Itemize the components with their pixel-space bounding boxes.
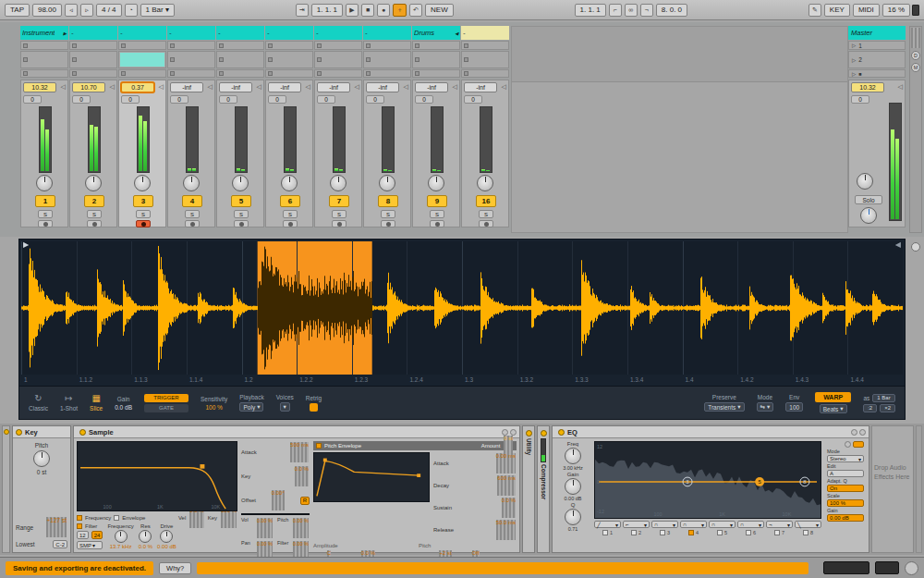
track-pan-knob[interactable] bbox=[428, 175, 444, 191]
attack-key-value[interactable]: 0.0 % bbox=[295, 466, 309, 486]
time-signature-display[interactable]: 4 / 4 bbox=[96, 4, 122, 17]
drive-value[interactable]: 0.00 dB bbox=[157, 544, 176, 549]
tap-tempo-button[interactable]: TAP bbox=[5, 4, 30, 17]
track-header[interactable]: - bbox=[314, 26, 362, 40]
frequency-tab-toggle[interactable] bbox=[77, 515, 82, 521]
device-activator[interactable] bbox=[541, 430, 547, 437]
envelope-tab-label[interactable]: Envelope bbox=[122, 515, 145, 521]
clip-launch-pad[interactable]: 5 bbox=[231, 195, 251, 207]
start-marker-icon[interactable]: ▶ bbox=[23, 241, 29, 249]
device-utility[interactable]: Utility bbox=[522, 425, 535, 553]
track-volume-value[interactable]: -inf bbox=[415, 82, 448, 92]
mode-one-shot-button[interactable]: ↦ 1-Shot bbox=[60, 394, 78, 412]
mod-value[interactable]: 0.00 % bbox=[257, 518, 273, 538]
solo-button[interactable]: S bbox=[479, 210, 493, 218]
band-shape-select[interactable]: ∩▾ bbox=[651, 521, 678, 528]
track-pan-value[interactable]: 0 bbox=[219, 95, 237, 104]
band-shape-select[interactable]: ⌐▾ bbox=[623, 521, 650, 528]
band-activator[interactable] bbox=[660, 530, 665, 535]
res-knob[interactable] bbox=[139, 530, 152, 543]
hot-swap-icon[interactable] bbox=[851, 429, 857, 436]
stop-button[interactable]: ■ bbox=[361, 4, 374, 17]
band-activator[interactable] bbox=[746, 530, 751, 535]
track-pan-knob[interactable] bbox=[85, 175, 102, 191]
voices-select[interactable]: ▾ bbox=[280, 402, 290, 412]
track-volume-value[interactable]: -inf bbox=[317, 82, 350, 92]
track-header[interactable]: - bbox=[167, 26, 215, 40]
scene-slot-1[interactable]: ▷ 1 bbox=[848, 41, 906, 50]
track-header[interactable]: - bbox=[216, 26, 264, 40]
master-pan-knob[interactable] bbox=[857, 173, 873, 190]
preserve-select[interactable]: Transients ▾ bbox=[704, 402, 744, 412]
solo-button[interactable]: S bbox=[185, 210, 200, 218]
sensitivity-value[interactable]: 100 % bbox=[205, 404, 222, 411]
preview-volume-knob[interactable] bbox=[860, 207, 877, 224]
track-pan-value[interactable]: 0 bbox=[317, 95, 335, 104]
scroll-right-icon[interactable]: ◀ bbox=[895, 241, 901, 249]
warp-button[interactable]: WARP bbox=[815, 392, 851, 402]
track-volume-value[interactable]: -inf bbox=[219, 82, 252, 92]
slope-24-toggle[interactable]: 24 bbox=[91, 531, 103, 539]
track-pan-knob[interactable] bbox=[281, 175, 298, 191]
eq-output-gain[interactable]: 0.00 dB bbox=[827, 514, 864, 522]
why-button[interactable]: Why? bbox=[159, 562, 191, 574]
frequency-knob[interactable] bbox=[115, 530, 128, 543]
loop-button[interactable]: ∞ bbox=[625, 4, 638, 17]
track-pan-value[interactable]: 0 bbox=[121, 95, 140, 104]
master-volume-value[interactable]: 10.32 bbox=[851, 82, 884, 92]
half-tempo-button[interactable]: :2 bbox=[863, 404, 877, 412]
clip-slot[interactable] bbox=[412, 51, 460, 68]
filter-res-control[interactable]: Res 0.0 % bbox=[139, 523, 152, 549]
nudge-down-button[interactable]: ◃ bbox=[65, 4, 78, 17]
solo-button[interactable]: S bbox=[381, 210, 395, 218]
clip-launch-pad[interactable]: 4 bbox=[182, 195, 202, 207]
arm-button[interactable] bbox=[332, 220, 346, 228]
clip-slot[interactable] bbox=[216, 51, 264, 68]
clip-slot[interactable] bbox=[363, 51, 411, 68]
track-pan-knob[interactable] bbox=[232, 175, 249, 191]
envelope-tab-toggle[interactable] bbox=[114, 515, 119, 521]
solo-button[interactable]: S bbox=[430, 210, 444, 218]
range-value[interactable]: +127 st bbox=[46, 517, 67, 537]
arm-button[interactable] bbox=[136, 220, 151, 228]
filter-display[interactable]: 100 1K 10K bbox=[77, 441, 237, 511]
scene-slot-2[interactable]: ▷ 2 bbox=[848, 51, 906, 68]
play-button[interactable]: ▶ bbox=[346, 4, 359, 17]
filter-type-select[interactable]: SMP ▾ bbox=[77, 541, 103, 549]
arm-button[interactable] bbox=[87, 220, 102, 228]
track-volume-value[interactable]: -inf bbox=[464, 82, 497, 92]
arm-button[interactable] bbox=[479, 220, 493, 228]
clip-stop-button[interactable] bbox=[363, 69, 411, 78]
punch-in-button[interactable]: ⌐ bbox=[609, 4, 622, 17]
solo-button[interactable]: S bbox=[136, 210, 151, 218]
waveform-display[interactable] bbox=[21, 241, 903, 375]
track-fold-icon[interactable]: ▶ bbox=[63, 31, 67, 36]
trigger-option[interactable]: TRIGGER bbox=[144, 394, 188, 402]
device-activator[interactable] bbox=[79, 429, 86, 436]
clip-slot[interactable] bbox=[118, 51, 166, 68]
clip-slot[interactable] bbox=[412, 41, 460, 50]
band-activator[interactable] bbox=[631, 530, 637, 535]
warp-as-button[interactable]: 1 Bar bbox=[872, 394, 894, 402]
quantization-menu[interactable]: 1 Bar ▾ bbox=[140, 4, 175, 17]
track-volume-value[interactable]: 0.37 bbox=[121, 82, 154, 92]
env-value[interactable]: 100 bbox=[785, 402, 803, 412]
track-header[interactable]: - bbox=[69, 26, 117, 40]
adsr-value[interactable]: 50.0 ms bbox=[496, 520, 516, 540]
metronome-button[interactable]: ◔ bbox=[125, 4, 138, 17]
q-knob[interactable] bbox=[565, 509, 581, 525]
midi-map-button[interactable]: MIDI bbox=[853, 4, 880, 17]
audition-icon[interactable] bbox=[845, 441, 851, 448]
pitch-env-display[interactable] bbox=[313, 452, 430, 502]
adaptq-toggle[interactable]: On bbox=[827, 485, 864, 492]
clip-slot[interactable] bbox=[69, 41, 117, 50]
track-pan-knob[interactable] bbox=[36, 175, 53, 191]
clip[interactable] bbox=[120, 53, 164, 67]
arm-button[interactable] bbox=[430, 220, 444, 228]
clip-slot[interactable] bbox=[216, 41, 264, 50]
track-header[interactable]: Drums ◀ bbox=[412, 26, 460, 40]
lowest-select[interactable]: C-2 bbox=[53, 540, 67, 548]
new-button[interactable]: NEW bbox=[425, 4, 454, 17]
track-header[interactable]: - bbox=[265, 26, 313, 40]
clip-slot[interactable] bbox=[118, 41, 166, 50]
